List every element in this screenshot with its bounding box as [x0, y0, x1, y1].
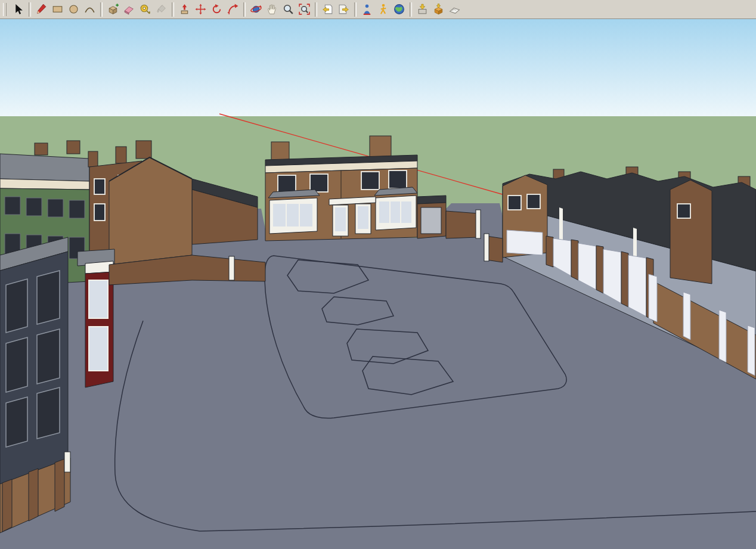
rectangle-tool-button[interactable] [49, 1, 66, 17]
orbit-tool-button[interactable] [248, 1, 264, 17]
window[interactable] [5, 197, 20, 215]
toolbar-separator [315, 2, 317, 17]
paint-bucket-icon [155, 3, 168, 15]
arc-tool-button[interactable] [82, 1, 98, 17]
gate-post[interactable] [719, 310, 726, 362]
chimney[interactable] [271, 142, 289, 161]
google-earth-globe-icon [393, 3, 405, 15]
toggle-terrain-icon [448, 3, 461, 15]
paint-bucket-tool-button [153, 1, 169, 17]
offset-icon [227, 3, 239, 15]
window[interactable] [278, 175, 296, 193]
window[interactable] [310, 174, 328, 192]
walk-tool-button[interactable] [375, 1, 391, 17]
previous-view-button[interactable] [320, 1, 336, 17]
arc-icon [83, 3, 96, 15]
gate-post[interactable] [683, 292, 690, 340]
chimney[interactable] [136, 141, 151, 159]
gate-post[interactable] [476, 210, 481, 238]
chimney[interactable] [88, 151, 98, 167]
wall-pier[interactable] [571, 240, 578, 280]
zoom-extents-tool-button[interactable] [296, 1, 312, 17]
roof[interactable] [0, 154, 89, 181]
next-view-button[interactable] [336, 1, 352, 17]
shop-door[interactable] [89, 327, 108, 371]
position-camera-icon [361, 3, 373, 15]
gate-post[interactable] [64, 452, 70, 472]
end-house[interactable] [670, 180, 712, 284]
rectangle-icon [51, 3, 64, 15]
window[interactable] [6, 397, 27, 447]
3d-viewport[interactable] [0, 19, 756, 549]
window[interactable] [389, 170, 407, 188]
garage-door[interactable] [421, 207, 441, 234]
pan-tool-button[interactable] [264, 1, 280, 17]
gate-post[interactable] [649, 274, 657, 322]
position-camera-button[interactable] [359, 1, 375, 17]
move-icon [194, 3, 207, 15]
shop-window[interactable] [89, 280, 108, 318]
circle-tool-button[interactable] [66, 1, 82, 17]
window[interactable] [94, 179, 105, 194]
chimney[interactable] [370, 136, 391, 157]
wall-pier[interactable] [2, 479, 12, 532]
wall-pier[interactable] [596, 246, 603, 293]
sky[interactable] [0, 19, 756, 117]
zoom-tool-button[interactable] [280, 1, 296, 17]
pan-hand-icon [266, 3, 278, 15]
window[interactable] [37, 329, 60, 384]
push-pull-tool-button[interactable] [176, 1, 193, 17]
toolbar-separator [100, 2, 103, 17]
rotate-tool-button[interactable] [209, 1, 225, 17]
move-tool-button[interactable] [193, 1, 209, 17]
window[interactable] [37, 387, 60, 439]
google-earth-button[interactable] [391, 1, 407, 17]
make-component-tool-button[interactable] [105, 1, 121, 17]
eraser-tool-button[interactable] [121, 1, 137, 17]
zoom-extents-icon [298, 3, 311, 15]
chimney[interactable] [116, 147, 126, 163]
wall-pier[interactable] [55, 459, 64, 511]
wall-pier[interactable] [29, 469, 38, 521]
window[interactable] [94, 204, 105, 221]
white-gate[interactable] [507, 230, 543, 255]
main-toolbar [0, 0, 756, 19]
window[interactable] [48, 199, 63, 217]
window[interactable] [677, 204, 690, 218]
shop-window[interactable] [379, 201, 411, 223]
model-canvas[interactable] [0, 19, 756, 549]
window[interactable] [6, 337, 27, 392]
toolbar-separator [410, 2, 412, 17]
window[interactable] [6, 279, 27, 333]
toolbar-grip[interactable] [3, 3, 7, 16]
line-tool-button[interactable] [33, 1, 49, 17]
toggle-terrain-button[interactable] [447, 1, 463, 17]
place-model-button[interactable] [430, 1, 447, 17]
wall-pier[interactable] [621, 252, 628, 307]
zoom-icon [282, 3, 295, 15]
window[interactable] [508, 196, 521, 210]
walk-icon [377, 3, 389, 15]
gate-post[interactable] [484, 234, 489, 261]
chimney[interactable] [67, 141, 80, 154]
window[interactable] [69, 200, 85, 218]
get-current-view-button[interactable] [414, 1, 430, 17]
toolbar-separator [172, 2, 174, 17]
gate-post[interactable] [748, 325, 755, 376]
tape-measure-tool-button[interactable] [137, 1, 153, 17]
garden-wall[interactable] [446, 211, 478, 238]
wall-pier[interactable] [546, 236, 553, 267]
window[interactable] [26, 198, 42, 216]
chimney[interactable] [35, 143, 48, 155]
offset-tool-button[interactable] [225, 1, 241, 17]
select-tool-button[interactable] [10, 1, 26, 17]
get-current-view-icon [416, 3, 429, 15]
shop-window[interactable] [273, 204, 312, 227]
pencil-icon [35, 3, 48, 15]
gate-post[interactable] [229, 256, 234, 280]
window[interactable] [361, 172, 379, 190]
fence-panel[interactable] [628, 255, 646, 317]
window[interactable] [527, 194, 540, 209]
window[interactable] [37, 271, 60, 324]
previous-view-icon [321, 3, 334, 15]
